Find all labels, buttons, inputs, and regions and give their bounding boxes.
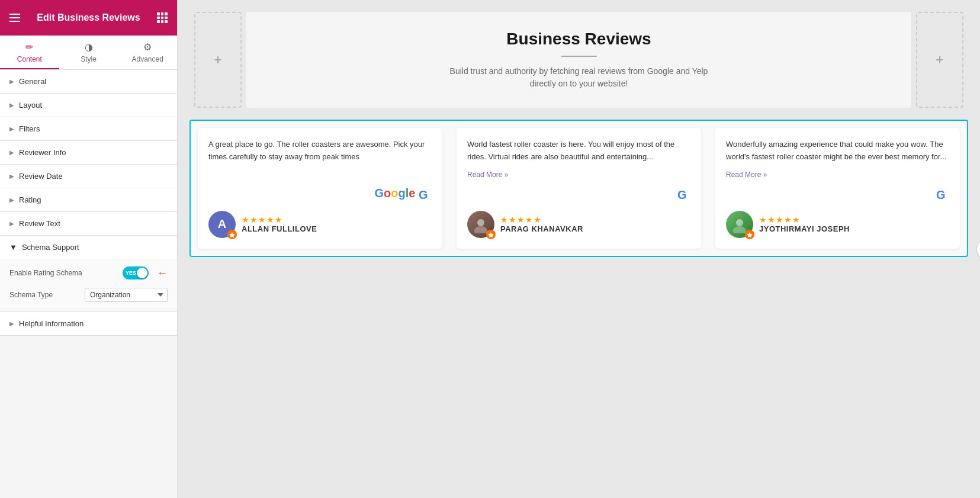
accordion-item-review-text: ▶ Review Text: [0, 212, 177, 236]
stars-1: ★★★★★: [242, 215, 317, 224]
accordion-header-rating[interactable]: ▶ Rating: [0, 188, 177, 211]
reviewer-details-3: ★★★★★ Jyothirmayi Joseph: [759, 215, 850, 233]
reviewer-name-3: Jyothirmayi Joseph: [759, 224, 850, 233]
avatar-letter-1: A: [218, 217, 226, 231]
reviewer-details-2: ★★★★★ PARAG KHANAVKAR: [500, 215, 583, 233]
accordion-item-review-date: ▶ Review Date: [0, 165, 177, 188]
reviewer-details-1: ★★★★★ Allan Fullilove: [242, 215, 317, 233]
reviewer-info-2: ★★★★★ PARAG KHANAVKAR: [467, 211, 690, 238]
svg-marker-5: [488, 232, 494, 237]
review-text-3: Wonderfully amazing experience that coul…: [726, 139, 949, 163]
accordion-item-filters: ▶ Filters: [0, 117, 177, 141]
accordion-header-review-date[interactable]: ▶ Review Date: [0, 165, 177, 188]
enable-schema-toggle[interactable]: YES: [123, 266, 149, 279]
helpful-information-item: ▶ Helpful Information: [0, 312, 177, 336]
review-card-1: A great place to go. The roller coasters…: [198, 128, 442, 249]
accordion-arrow-filters: ▶: [9, 126, 14, 132]
pencil-icon: ✏: [25, 41, 33, 53]
reviewer-info-3: ★★★★★ Jyothirmayi Joseph: [726, 211, 949, 238]
accordion-arrow-layout: ▶: [9, 102, 14, 108]
svg-marker-9: [747, 232, 753, 237]
review-card-3: Wonderfully amazing experience that coul…: [715, 128, 960, 249]
accordion-item-rating: ▶ Rating: [0, 188, 177, 212]
stars-3: ★★★★★: [759, 215, 850, 224]
accordion-arrow-reviewer-info: ▶: [9, 149, 14, 156]
enable-schema-row: Enable Rating Schema YES ←: [9, 266, 168, 279]
accordion-item-reviewer-info: ▶ Reviewer Info: [0, 141, 177, 165]
add-col-right-icon: +: [936, 52, 944, 68]
helpful-arrow-icon: ▶: [9, 320, 14, 327]
schema-type-row: Schema Type Organization LocalBusiness P…: [9, 288, 168, 302]
schema-type-select[interactable]: Organization LocalBusiness Product Event: [85, 288, 168, 302]
svg-text:G: G: [936, 188, 946, 201]
add-col-left-icon: +: [214, 52, 222, 68]
accordion-item-general: ▶ General: [0, 70, 177, 94]
sidebar: Edit Business Reviews ✏ Content ◑ Style …: [0, 0, 178, 498]
accordion-label-review-text: Review Text: [19, 219, 60, 228]
avatar-badge-3: [745, 230, 754, 239]
sidebar-title: Edit Business Reviews: [20, 12, 157, 23]
reviews-section: A great place to go. The roller coasters…: [189, 120, 968, 257]
google-g-icon-2: G: [677, 188, 690, 201]
accordion-item-layout: ▶ Layout: [0, 94, 177, 117]
read-more-3[interactable]: Read More »: [726, 171, 949, 179]
tab-advanced-label: Advanced: [131, 55, 163, 63]
accordion-label-layout: Layout: [19, 101, 42, 110]
stars-2: ★★★★★: [500, 215, 583, 224]
accordion-arrow-rating: ▶: [9, 197, 14, 203]
hamburger-icon[interactable]: [9, 14, 20, 22]
schema-support-section: ▼ Schema Support Enable Rating Schema YE…: [0, 236, 177, 312]
reviewer-name-2: PARAG KHANAVKAR: [500, 224, 583, 233]
tab-content-label: Content: [17, 55, 42, 63]
add-col-right-btn[interactable]: +: [916, 12, 963, 108]
read-more-2[interactable]: Read More »: [467, 171, 690, 179]
svg-point-3: [477, 219, 484, 226]
enable-schema-label: Enable Rating Schema: [9, 269, 82, 277]
accordion-label-filters: Filters: [19, 124, 40, 133]
tab-advanced[interactable]: ⚙ Advanced: [118, 36, 177, 69]
toggle-thumb: [137, 268, 147, 278]
gear-icon: ⚙: [143, 41, 152, 53]
accordion-header-filters[interactable]: ▶ Filters: [0, 117, 177, 140]
accordion-label-review-date: Review Date: [19, 172, 63, 181]
avatar-wrapper-2: [467, 211, 494, 238]
toggle-yes-text: YES: [126, 270, 136, 276]
hero-divider: [561, 56, 597, 57]
accordion-arrow-review-text: ▶: [9, 220, 14, 227]
canvas-area: + Business Reviews Build trust and autho…: [178, 0, 980, 498]
accordion-arrow-review-date: ▶: [9, 173, 14, 179]
schema-support-label: Schema Support: [22, 243, 79, 252]
accordion-header-layout[interactable]: ▶ Layout: [0, 94, 177, 117]
svg-marker-1: [229, 232, 235, 237]
arrow-indicator: ←: [157, 267, 168, 279]
style-icon: ◑: [85, 41, 93, 53]
tab-content[interactable]: ✏ Content: [0, 36, 59, 69]
review-card-2: World fastest roller coaster is here. Yo…: [457, 128, 701, 249]
accordion-header-reviewer-info[interactable]: ▶ Reviewer Info: [0, 141, 177, 164]
helpful-information-label: Helpful Information: [19, 319, 83, 328]
accordion-label-reviewer-info: Reviewer Info: [19, 148, 66, 157]
accordion-header-review-text[interactable]: ▶ Review Text: [0, 212, 177, 235]
hero-section: + Business Reviews Build trust and autho…: [189, 12, 968, 108]
schema-arrow-icon: ▼: [9, 243, 17, 252]
tab-style-label: Style: [81, 55, 97, 63]
schema-support-body: Enable Rating Schema YES ← Schema Type O…: [0, 259, 177, 311]
accordion-label-rating: Rating: [19, 195, 41, 204]
helpful-information-header[interactable]: ▶ Helpful Information: [0, 312, 177, 335]
avatar-wrapper-1: A: [208, 211, 236, 238]
add-col-left-btn[interactable]: +: [194, 12, 242, 108]
google-g-icon-1: G: [419, 188, 432, 201]
schema-support-header[interactable]: ▼ Schema Support: [0, 236, 177, 259]
svg-text:G: G: [419, 188, 428, 201]
google-icon-1: Google: [375, 187, 419, 200]
svg-point-8: [733, 226, 746, 233]
svg-point-4: [474, 226, 487, 233]
avatar-badge-2: [486, 230, 496, 239]
grid-icon[interactable]: [157, 12, 168, 23]
reviewer-info-1: A ★★★★★ Allan Fullilove: [208, 211, 432, 238]
accordion-header-general[interactable]: ▶ General: [0, 70, 177, 93]
sidebar-header: Edit Business Reviews: [0, 0, 177, 36]
main-canvas: + Business Reviews Build trust and autho…: [178, 0, 980, 498]
tab-style[interactable]: ◑ Style: [59, 36, 118, 69]
accordion-label-general: General: [19, 77, 46, 86]
